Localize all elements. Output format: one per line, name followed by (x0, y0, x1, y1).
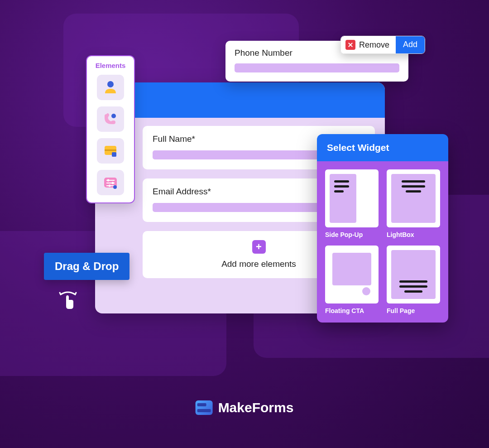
svg-point-12 (113, 185, 117, 189)
widget-label: LightBox (387, 231, 440, 238)
svg-rect-4 (112, 152, 116, 157)
widget-option-side-popup[interactable]: Side Pop-Up (325, 169, 379, 238)
svg-rect-3 (105, 149, 116, 151)
widget-thumb (325, 246, 379, 303)
svg-point-11 (109, 185, 111, 187)
element-slider-icon[interactable] (97, 170, 124, 195)
svg-point-9 (112, 182, 114, 184)
add-button[interactable]: Add (396, 36, 425, 53)
drag-and-drop-badge: Drag & Drop (44, 253, 129, 280)
drag-hand-icon (56, 288, 80, 312)
elements-panel-title: Elements (92, 62, 129, 69)
widget-thumb (325, 169, 379, 227)
makeforms-icon (196, 400, 213, 415)
widget-label: Side Pop-Up (325, 231, 379, 238)
widget-label: Floating CTA (325, 307, 379, 314)
widget-option-lightbox[interactable]: LightBox (387, 169, 440, 238)
plus-icon: + (252, 240, 266, 254)
svg-point-1 (111, 114, 116, 118)
svg-point-7 (107, 179, 110, 182)
text-input[interactable] (235, 63, 399, 72)
add-label: Add (403, 40, 417, 49)
widget-label: Full Page (387, 307, 440, 314)
brand-logo: MakeForms (196, 400, 294, 415)
widget-option-floating-cta[interactable]: Floating CTA (325, 246, 379, 314)
svg-point-0 (107, 81, 114, 87)
builder-header-bar (95, 82, 385, 118)
select-widget-panel: Select Widget Side Pop-Up (317, 134, 448, 323)
widget-thumb (387, 169, 440, 227)
drag-drop-label: Drag & Drop (55, 260, 119, 272)
widget-panel-title: Select Widget (317, 134, 448, 161)
brand-name: MakeForms (218, 400, 294, 415)
widget-thumb (387, 246, 440, 303)
widget-grid: Side Pop-Up LightBox (317, 161, 448, 323)
widget-option-full-page[interactable]: Full Page (387, 246, 440, 314)
element-phone-icon[interactable] (97, 106, 124, 132)
element-person-icon[interactable] (97, 75, 124, 100)
elements-panel: Elements (86, 55, 135, 203)
element-card-icon[interactable] (97, 138, 124, 164)
remove-button[interactable]: Remove (341, 36, 396, 53)
close-icon (345, 40, 355, 50)
remove-label: Remove (359, 40, 389, 50)
field-actions-toolbar: Remove Add (340, 36, 425, 54)
